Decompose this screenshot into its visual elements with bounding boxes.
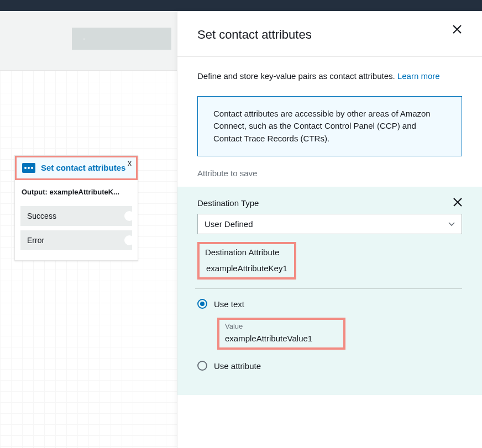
destination-type-select[interactable]: User Defined xyxy=(197,214,462,234)
flow-node-port-success[interactable]: Success xyxy=(20,206,132,226)
use-text-radio-row[interactable]: Use text xyxy=(197,299,462,309)
flow-node-output-summary: Output: exampleAttributeK... xyxy=(15,180,138,206)
flow-node-header[interactable]: Set contact attributes x xyxy=(15,156,138,180)
info-box: Contact attributes are accessible by oth… xyxy=(197,96,462,157)
learn-more-link[interactable]: Learn more xyxy=(397,71,440,81)
panel-title: Set contact attributes xyxy=(197,28,312,42)
panel-description-text: Define and store key-value pairs as cont… xyxy=(197,71,397,81)
value-field[interactable]: Value exampleAttributeValue1 xyxy=(217,318,345,350)
flow-node-port-error[interactable]: Error xyxy=(20,230,132,250)
use-attribute-label: Use attribute xyxy=(214,361,261,371)
panel-header: Set contact attributes xyxy=(177,11,482,57)
panel-body: Define and store key-value pairs as cont… xyxy=(177,57,482,408)
flow-node-set-contact-attributes[interactable]: Set contact attributes x Output: example… xyxy=(14,155,138,261)
chevron-down-icon xyxy=(448,220,455,228)
destination-attribute-value: exampleAttributeKey1 xyxy=(205,261,289,275)
toolbar-pill[interactable]: - xyxy=(72,28,171,50)
contact-card-icon xyxy=(22,163,35,173)
panel-description: Define and store key-value pairs as cont… xyxy=(197,70,462,83)
value-text: exampleAttributeValue1 xyxy=(225,334,338,343)
use-text-label: Use text xyxy=(214,299,244,309)
destination-type-row: Destination Type xyxy=(197,197,462,209)
flow-node-close-button[interactable]: x xyxy=(128,159,132,167)
flow-node-ports: Success Error xyxy=(15,206,138,260)
use-attribute-radio[interactable] xyxy=(197,361,207,371)
flow-node-port-label: Success xyxy=(27,212,56,220)
port-handle[interactable] xyxy=(124,235,134,245)
section-divider xyxy=(195,288,462,289)
remove-attribute-button[interactable] xyxy=(453,197,462,209)
use-attribute-radio-row[interactable]: Use attribute xyxy=(197,361,462,371)
close-icon[interactable] xyxy=(452,24,462,36)
destination-type-value: User Defined xyxy=(205,219,253,229)
attribute-to-save-label: Attribute to save xyxy=(197,168,462,178)
destination-attribute-label: Destination Attribute xyxy=(205,247,289,257)
destination-attribute-field[interactable]: Destination Attribute exampleAttributeKe… xyxy=(197,242,296,280)
use-text-radio[interactable] xyxy=(197,299,207,309)
value-label: Value xyxy=(225,322,338,330)
flow-node-port-label: Error xyxy=(27,236,44,245)
radio-selected-icon xyxy=(200,302,205,306)
properties-panel: Set contact attributes Define and store … xyxy=(177,11,482,448)
flow-node-title: Set contact attributes xyxy=(41,163,125,173)
app-top-bar xyxy=(0,0,482,11)
attribute-section: Destination Type User Defined Destina xyxy=(177,187,482,395)
destination-type-label: Destination Type xyxy=(197,198,259,208)
port-handle[interactable] xyxy=(124,211,134,221)
